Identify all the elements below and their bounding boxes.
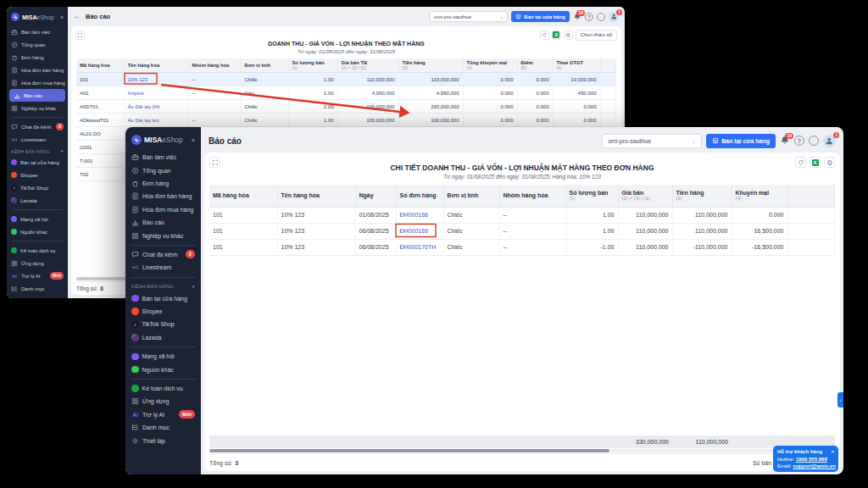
table-row[interactable]: A0DT01 Áo Dài tay 0% Chiếc 2.00 100,000,… <box>76 100 616 114</box>
bell-icon[interactable]: 19 <box>780 136 790 146</box>
email-link[interactable]: support@amis.vn <box>793 463 836 469</box>
column-header[interactable]: Nhóm hàng hóa <box>188 58 241 73</box>
product-link[interactable]: Aziplus <box>128 91 144 96</box>
print-icon[interactable] <box>564 30 573 40</box>
sidebar-item-tro-ly-ai[interactable]: AiTrợ lý AIMới <box>125 408 201 421</box>
back-arrow-icon[interactable]: ← <box>74 13 81 20</box>
column-header[interactable]: Tên hàng hóa <box>277 185 355 207</box>
column-header[interactable]: Giá bán(2) = (3) / (1) <box>618 185 672 207</box>
sidebar-item-lazada[interactable]: Lazada <box>125 331 201 344</box>
column-header[interactable]: Mã hàng hóa <box>209 185 277 207</box>
sidebar-item-ban-tai-cua-hang[interactable]: Bán tại cửa hàng <box>125 292 201 305</box>
sidebar-item-ban-lam-viec[interactable]: Bàn làm việc <box>7 25 68 38</box>
sidebar-item-nguon-khac[interactable]: Nguồn khác <box>7 225 68 238</box>
product-link[interactable]: 10% 123 <box>128 77 148 82</box>
column-header[interactable]: Thuế GTGT(6) <box>553 58 600 73</box>
column-header[interactable]: Số đơn hàng <box>396 185 443 207</box>
collapse-sidebar-icon[interactable]: « <box>60 14 64 20</box>
sidebar-item-bao-cao[interactable]: Báo cáo <box>9 89 65 102</box>
sidebar-item-chat-da-kenh[interactable]: Chat đa kênh2 <box>7 120 68 133</box>
table-row[interactable]: 101 10% 123 06/08/2025 ĐH000170TH Chiếc … <box>209 239 835 255</box>
sidebar-item-bao-cao[interactable]: Báo cáo <box>125 216 201 229</box>
bell-icon[interactable]: 19 <box>573 13 581 21</box>
sell-at-store-button[interactable]: Bán tại cửa hàng <box>511 11 570 22</box>
avatar[interactable]: 1 <box>823 135 836 147</box>
sidebar-item-mang-xa-hoi[interactable]: Mạng xã hội <box>125 350 201 363</box>
help-icon[interactable]: ? <box>585 13 593 21</box>
sidebar-item-don-hang[interactable]: Đơn hàng <box>7 51 68 64</box>
sidebar-item-ke-toan-dich-vu[interactable]: Kế toán dịch vụ <box>7 244 68 257</box>
hotline-link[interactable]: 1900 555 888 <box>796 457 827 462</box>
excel-export-icon[interactable]: X <box>552 30 561 40</box>
column-header[interactable]: Số lượng bán(1) <box>288 58 337 73</box>
sidebar-item-hoa-don-ban-hang[interactable]: Hóa đơn bán hàng <box>125 190 201 202</box>
sidebar-item-livestream[interactable]: Livestream <box>125 261 201 274</box>
product-link[interactable]: Áo Dài tay 0% <box>128 104 160 109</box>
sidebar-item-nghiep-vu-khac[interactable]: Nghiệp vụ khác <box>7 102 68 114</box>
table-row[interactable]: ADkkasdT01 Áo Dài tay kct -- Chiếc 1.00 … <box>76 114 616 127</box>
help-icon[interactable]: ? <box>794 136 804 146</box>
gift-icon[interactable] <box>809 136 819 146</box>
column-header[interactable]: Nhóm hàng hóa <box>499 185 565 207</box>
sidebar-item-nghiep-vu-khac[interactable]: Nghiệp vụ khác <box>125 229 201 241</box>
sidebar-item-ung-dung[interactable]: Ứng dụng <box>125 395 201 408</box>
sidebar-item-tong-quan[interactable]: Tổng quan <box>7 38 68 51</box>
column-header[interactable]: Tổng khuyến mại(4) <box>463 58 517 73</box>
avatar[interactable]: 1 <box>609 12 619 22</box>
column-header[interactable]: Mã hàng hóa <box>76 58 124 73</box>
sidebar-item-ke-toan-dich-vu[interactable]: Kế toán dịch vụ <box>125 382 201 395</box>
table-row[interactable]: A01 Aziplus -- Viên 1.00 4,950,000 4,950… <box>76 86 616 100</box>
sidebar-item-tong-quan[interactable]: Tổng quan <box>125 164 201 176</box>
scrollbar-thumb[interactable] <box>209 449 609 452</box>
expand-icon[interactable] <box>75 30 85 40</box>
sidebar-item-thiet-lap[interactable]: Thiết lập <box>7 295 68 298</box>
horizontal-scrollbar[interactable] <box>209 449 835 452</box>
sidebar-item-ung-dung[interactable]: Ứng dụng <box>7 257 68 269</box>
sidebar-item-livestream[interactable]: Livestream <box>7 133 68 146</box>
column-header[interactable]: Khuyến mại(4) <box>732 185 787 207</box>
sidebar-item-danh-muc[interactable]: Danh mục <box>7 282 68 295</box>
sidebar-item-nguon-khac[interactable]: Nguồn khác <box>125 363 201 375</box>
table-row[interactable]: 101 10% 123 06/08/2025 ĐH000169 Chiếc --… <box>209 223 835 239</box>
sidebar-item-hoa-don-ban-hang[interactable]: Hóa đơn bán hàng <box>7 64 68 76</box>
close-icon[interactable]: × <box>831 449 834 454</box>
column-header[interactable]: Đơn vị tính <box>443 185 499 207</box>
column-header[interactable]: Tiền hàng(3) <box>398 58 463 73</box>
sidebar-item-tiktok-shop[interactable]: ♪TikTok Shop <box>125 318 201 330</box>
sell-at-store-button[interactable]: Bán tại cửa hàng <box>706 134 776 148</box>
sidebar-item-danh-muc[interactable]: Danh mục <box>125 421 201 434</box>
sidebar-item-ban-lam-viec[interactable]: Bàn làm việc <box>125 151 201 164</box>
store-select[interactable]: omi-pro-sauthue⌄ <box>602 134 702 148</box>
order-link[interactable]: ĐH000168 <box>400 212 428 218</box>
sidebar-item-don-hang[interactable]: Đơn hàng <box>125 177 201 190</box>
column-header[interactable]: Đơn vị tính <box>241 58 288 73</box>
table-row[interactable]: 101 10% 123 01/08/2025 ĐH000168 Chiếc --… <box>209 207 835 223</box>
column-header[interactable]: Điểm(5) <box>517 58 553 73</box>
column-header[interactable]: Giá bán TB(2) = (3) / (1) <box>337 58 398 73</box>
collapse-sidebar-icon[interactable]: « <box>192 137 195 143</box>
sidebar-item-chat-da-kenh[interactable]: Chat đa kênh2 <box>125 248 201 261</box>
gift-icon[interactable] <box>597 13 605 21</box>
sidebar-item-tro-ly-ai[interactable]: AiTrợ lý AIMới <box>7 269 68 282</box>
order-link-highlighted[interactable]: ĐH000169 <box>400 228 428 234</box>
sidebar-item-shopee[interactable]: Shopee <box>125 305 201 318</box>
column-header[interactable]: Số lượng bán(1) <box>565 185 618 207</box>
sidebar-item-thiet-lap[interactable]: Thiết lập <box>125 434 201 446</box>
column-header[interactable]: Ngày <box>355 185 396 207</box>
add-channel-icon[interactable]: + <box>192 284 195 290</box>
column-header[interactable]: Tiền hàng(3) <box>672 185 732 207</box>
store-select[interactable]: omi-pro-sauthue⌄ <box>430 11 508 22</box>
sidebar-item-tiktok-shop[interactable]: ♪TikTok Shop <box>7 181 68 194</box>
column-header[interactable]: Tên hàng hóa <box>124 58 188 73</box>
refresh-icon[interactable] <box>540 30 549 40</box>
table-row[interactable]: 101 10% 123 -- Chiếc 1.00 110,000,000 11… <box>76 73 616 86</box>
side-panel-tab[interactable]: ‹ <box>837 392 843 408</box>
add-channel-icon[interactable]: + <box>60 148 64 154</box>
sidebar-item-mang-xa-hoi[interactable]: Mạng xã hội <box>7 213 68 225</box>
order-link[interactable]: ĐH000170TH <box>400 244 437 250</box>
sidebar-item-ban-tai-cua-hang[interactable]: Bán tại cửa hàng <box>7 156 68 169</box>
sidebar-item-hoa-don-mua-hang[interactable]: Hóa đơn mua hàng <box>125 203 201 216</box>
sidebar-item-lazada[interactable]: Lazada <box>7 194 68 207</box>
choose-params-button[interactable]: Chọn tham số <box>576 30 617 41</box>
sidebar-item-hoa-don-mua-hang[interactable]: Hóa đơn mua hàng <box>7 76 68 89</box>
